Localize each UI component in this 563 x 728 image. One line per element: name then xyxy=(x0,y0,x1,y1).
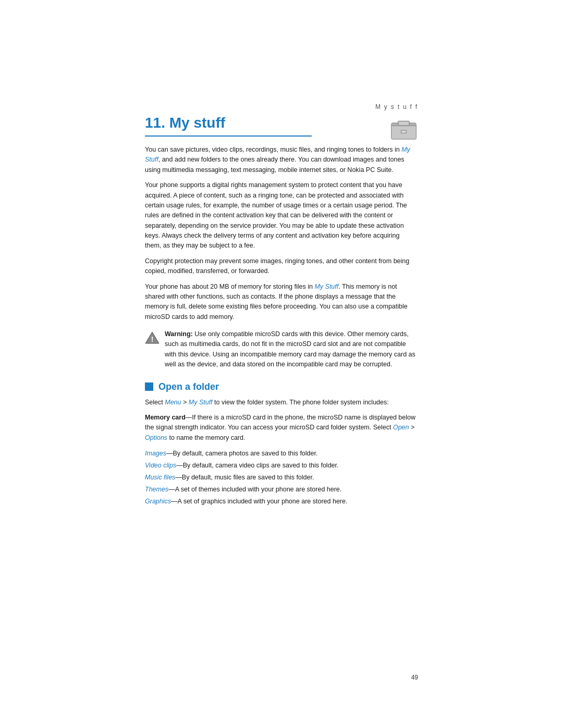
warning-icon: ! xyxy=(145,330,160,347)
open-link[interactable]: Open xyxy=(393,424,409,431)
section-title: Open a folder xyxy=(158,381,219,392)
title-underline xyxy=(145,135,312,137)
folder-list: Images—By default, camera photos are sav… xyxy=(145,448,416,507)
content-area: 11. My stuff You can save pictures, vide… xyxy=(145,115,416,508)
warning-body: Use only compatible microSD cards with t… xyxy=(165,330,415,368)
section-header-label: M y s t u f f xyxy=(375,103,418,110)
intro-paragraph-3: Copyright protection may prevent some im… xyxy=(145,256,416,277)
list-item-images: Images—By default, camera photos are sav… xyxy=(145,448,416,459)
images-link[interactable]: Images xyxy=(145,450,166,457)
warning-text: Warning: Use only compatible microSD car… xyxy=(165,329,416,370)
memory-card-description: Memory card—If there is a microSD card i… xyxy=(145,413,416,443)
section-intro: Select Menu > My Stuff to view the folde… xyxy=(145,398,416,408)
warning-box: ! Warning: Use only compatible microSD c… xyxy=(145,329,416,370)
list-item-graphics: Graphics—A set of graphics included with… xyxy=(145,496,416,507)
page-number: 49 xyxy=(411,674,418,681)
section-square-icon xyxy=(145,382,153,391)
my-stuff-link-1[interactable]: My Stuff xyxy=(145,146,410,163)
my-stuff-link-3[interactable]: My Stuff xyxy=(189,399,213,406)
video-clips-link[interactable]: Video clips xyxy=(145,462,176,469)
page: M y s t u f f 11. My stuff You can save … xyxy=(0,0,563,728)
menu-link[interactable]: Menu xyxy=(165,399,181,406)
list-item-video-clips: Video clips—By default, camera video cli… xyxy=(145,460,416,471)
list-item-themes: Themes—A set of themes included with you… xyxy=(145,484,416,495)
intro-paragraph-2: Your phone supports a digital rights man… xyxy=(145,180,416,251)
warning-label: Warning: xyxy=(165,330,193,338)
chapter-title: 11. My stuff xyxy=(145,115,416,131)
section-open-folder-header: Open a folder xyxy=(145,381,416,392)
themes-link[interactable]: Themes xyxy=(145,486,168,493)
options-link[interactable]: Options xyxy=(145,434,167,441)
memory-card-label: Memory card xyxy=(145,414,186,421)
my-stuff-link-2[interactable]: My Stuff xyxy=(314,283,338,290)
intro-paragraph-4: Your phone has about 20 MB of memory for… xyxy=(145,282,416,323)
graphics-link[interactable]: Graphics xyxy=(145,498,171,505)
list-item-music-files: Music files—By default, music files are … xyxy=(145,472,416,483)
svg-text:!: ! xyxy=(151,335,154,343)
music-files-link[interactable]: Music files xyxy=(145,474,175,481)
intro-paragraph-1: You can save pictures, video clips, reco… xyxy=(145,145,416,175)
